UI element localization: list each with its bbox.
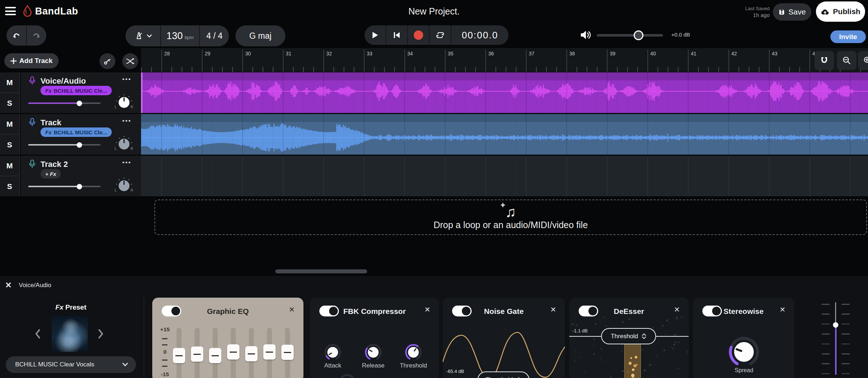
track-name[interactable]: Track xyxy=(41,118,61,127)
timeline-ruler[interactable]: 2829303132333435363738394041424344 xyxy=(141,48,868,72)
ruler-tick xyxy=(263,67,263,72)
publish-button[interactable]: Publish xyxy=(816,1,865,22)
knob-threshold[interactable] xyxy=(401,340,426,365)
pan-knob[interactable] xyxy=(113,133,135,155)
ruler-tick xyxy=(394,67,395,72)
dropzone[interactable]: ♫ + Drop a loop or an audio/MIDI/video f… xyxy=(154,200,867,235)
fx-chip[interactable]: FxBCHILL MUSIC Cle... xyxy=(41,127,112,137)
volume-slider-handle[interactable] xyxy=(77,101,82,106)
close-panel-button[interactable]: ✕ xyxy=(5,281,12,290)
ruler-bar-line xyxy=(202,50,203,72)
eq-slider-handle[interactable] xyxy=(245,346,258,361)
fader-tick xyxy=(842,333,850,335)
pan-knob[interactable] xyxy=(113,175,135,197)
solo-button[interactable]: S xyxy=(0,93,19,113)
last-saved-label: Last Saved xyxy=(708,6,770,12)
skip-to-start-button[interactable] xyxy=(386,25,408,45)
eq-slider-handle[interactable] xyxy=(227,344,239,360)
fader-track-bottom xyxy=(835,327,837,375)
preset-select[interactable]: BCHILL MUSIC Clear Vocals xyxy=(6,356,136,373)
magnet-icon xyxy=(820,56,829,65)
track-volume-slider[interactable] xyxy=(28,186,101,187)
play-button[interactable] xyxy=(365,25,386,45)
plugin-close-button[interactable]: ✕ xyxy=(674,306,680,313)
fader-handle[interactable] xyxy=(833,322,838,328)
add-fx-chip[interactable]: + Fx xyxy=(41,169,61,178)
track-name[interactable]: Voice/Audio xyxy=(41,76,86,86)
track-volume-slider[interactable] xyxy=(28,144,101,146)
eq-slider-handle[interactable] xyxy=(209,348,221,363)
redo-button[interactable] xyxy=(27,25,46,46)
ruler-tick xyxy=(222,67,223,72)
invite-button[interactable]: Invite xyxy=(830,30,866,43)
ruler-tick xyxy=(617,67,618,72)
fader-tick xyxy=(822,304,830,305)
pan-knob[interactable] xyxy=(113,92,135,113)
solo-button[interactable]: S xyxy=(0,135,19,155)
master-volume-knob[interactable] xyxy=(634,30,643,40)
eq-slider-handle[interactable] xyxy=(281,345,294,360)
record-button[interactable] xyxy=(408,25,430,45)
loop-button[interactable] xyxy=(430,25,451,45)
fx-chip[interactable]: FxBCHILL MUSIC Cle... xyxy=(41,86,112,95)
save-button[interactable]: Save xyxy=(773,3,811,21)
mute-button[interactable]: M xyxy=(0,156,19,176)
key-signature-button[interactable]: G maj xyxy=(235,25,285,46)
fit-tracks-icon xyxy=(125,57,135,65)
solo-button[interactable]: S xyxy=(0,176,19,196)
preset-next-button[interactable] xyxy=(98,329,104,339)
snap-button[interactable] xyxy=(814,51,834,70)
hamburger-menu-button[interactable] xyxy=(5,7,16,15)
time-display[interactable]: 00:00.0 xyxy=(451,25,509,45)
zoom-in-button[interactable] xyxy=(858,51,868,70)
time-signature-display[interactable]: 4 / 4 xyxy=(200,25,229,46)
preset-prev-button[interactable] xyxy=(34,329,41,339)
undo-button[interactable] xyxy=(7,25,26,46)
ruler-tick xyxy=(273,67,273,72)
eq-slider-handle[interactable] xyxy=(263,344,276,360)
empty-track-lane[interactable] xyxy=(141,156,868,196)
bandlab-logo-text[interactable]: BandLab xyxy=(35,6,78,17)
track-volume-slider[interactable] xyxy=(28,102,101,104)
horizontal-scrollbar[interactable] xyxy=(275,269,367,273)
zoom-in-icon xyxy=(863,56,868,65)
dropzone-text: Drop a loop or an audio/MIDI/video file xyxy=(434,220,588,230)
knob-release[interactable] xyxy=(361,340,386,365)
track-menu-button[interactable]: ••• xyxy=(122,76,131,83)
threshold-button[interactable]: Threshold xyxy=(477,371,529,378)
ruler-tick xyxy=(293,67,294,72)
volume-slider-handle[interactable] xyxy=(77,184,82,189)
mute-button[interactable]: M xyxy=(0,114,19,134)
speaker-icon[interactable] xyxy=(579,29,592,41)
knob-partial[interactable] xyxy=(339,374,355,378)
audio-clip[interactable] xyxy=(141,72,868,113)
bandlab-logo-icon[interactable] xyxy=(22,5,33,18)
master-volume-slider[interactable] xyxy=(597,34,663,37)
mic-icon xyxy=(28,118,37,127)
mute-button[interactable]: M xyxy=(0,72,19,92)
project-title[interactable]: New Project. xyxy=(408,6,460,17)
track-menu-button[interactable]: ••• xyxy=(122,159,131,166)
eq-slider-handle[interactable] xyxy=(191,346,203,362)
track-name[interactable]: Track 2 xyxy=(41,160,68,169)
plugin-close-button[interactable]: ✕ xyxy=(779,306,786,313)
volume-slider-handle[interactable] xyxy=(77,142,82,148)
loop-icon xyxy=(436,31,444,39)
routing-button[interactable] xyxy=(99,53,115,69)
ruler-tick xyxy=(374,67,375,72)
eq-slider-handle[interactable] xyxy=(173,348,185,363)
knob-attack[interactable] xyxy=(320,340,345,365)
threshold-button[interactable]: Threshold xyxy=(601,328,656,344)
zoom-out-button[interactable] xyxy=(837,51,856,70)
plugin-close-button[interactable]: ✕ xyxy=(424,306,430,313)
fit-tracks-button[interactable] xyxy=(122,53,138,69)
metronome-button[interactable] xyxy=(125,25,160,46)
track-menu-button[interactable]: ••• xyxy=(122,117,131,125)
plugin-title: Noise Gate xyxy=(443,307,565,316)
preset-image[interactable] xyxy=(52,316,88,352)
add-track-button[interactable]: Add Track xyxy=(4,53,59,68)
bpm-display[interactable]: 130 bpm xyxy=(161,25,199,46)
audio-clip[interactable] xyxy=(141,114,868,155)
plugin-close-button[interactable]: ✕ xyxy=(550,306,556,313)
ruler-tick xyxy=(799,67,800,72)
